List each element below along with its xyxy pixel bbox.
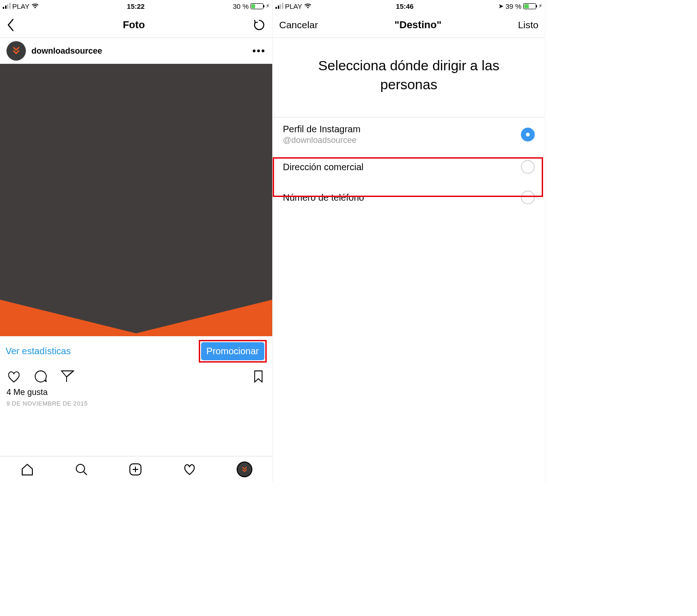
wifi-icon [31, 3, 39, 9]
charging-icon: ⚡︎ [538, 3, 542, 9]
post-header: downloadsourcee ••• [0, 38, 272, 64]
radio-unselected-icon[interactable] [521, 160, 535, 174]
done-button[interactable]: Listo [518, 19, 538, 31]
phone-left: PLAY 15:22 30 % ⚡︎ Foto downloadsourcee … [0, 0, 273, 482]
tab-home-icon[interactable] [20, 462, 34, 476]
option-title: Número de teléfono [283, 192, 364, 203]
tab-activity-icon[interactable] [183, 462, 196, 476]
post-image[interactable] [0, 64, 272, 336]
view-insights-link[interactable]: Ver estadísticas [6, 346, 71, 357]
signal-icon [3, 3, 11, 9]
svg-line-4 [67, 371, 73, 377]
wifi-icon [304, 3, 312, 9]
avatar[interactable] [6, 41, 26, 61]
svg-line-6 [84, 472, 87, 475]
radio-unselected-icon[interactable] [521, 191, 535, 204]
share-icon[interactable] [60, 369, 75, 384]
option-instagram-profile[interactable]: Perfil de Instagram @downloadsourcee [273, 117, 545, 152]
promote-button[interactable]: Promocionar [201, 342, 264, 360]
radio-selected-icon[interactable] [521, 128, 535, 142]
more-options-button[interactable]: ••• [252, 45, 266, 57]
signal-icon [275, 3, 283, 9]
undo-button[interactable] [253, 18, 266, 31]
cancel-button[interactable]: Cancelar [279, 19, 318, 31]
option-subtitle: @downloadsourcee [283, 136, 361, 145]
tab-bar [0, 456, 272, 482]
page-title: Foto [123, 19, 145, 31]
battery-icon [251, 3, 263, 9]
svg-marker-1 [122, 300, 272, 336]
section-heading: Selecciona dónde dirigir a las personas [273, 38, 545, 117]
location-icon: ➤ [498, 2, 504, 10]
tab-search-icon[interactable] [74, 462, 88, 476]
option-business-address[interactable]: Dirección comercial [273, 152, 545, 182]
nav-header: Foto [0, 12, 272, 38]
bookmark-icon[interactable] [251, 369, 266, 384]
comment-icon[interactable] [33, 369, 48, 384]
destination-options: Perfil de Instagram @downloadsourcee Dir… [273, 117, 545, 213]
page-title: Destino [395, 19, 442, 31]
tab-create-icon[interactable] [128, 462, 142, 476]
post-date: 9 DE NOVIEMBRE DE 2015 [0, 398, 272, 411]
option-phone-number[interactable]: Número de teléfono [273, 182, 545, 213]
tab-profile-icon[interactable] [237, 462, 252, 477]
highlight-promote: Promocionar [199, 340, 267, 363]
battery-pct: 39 % [506, 2, 521, 10]
clock: 15:46 [396, 2, 414, 10]
like-icon[interactable] [6, 369, 21, 384]
battery-icon [523, 3, 536, 9]
carrier-label: PLAY [12, 2, 30, 10]
back-button[interactable] [6, 18, 15, 32]
likes-count[interactable]: 4 Me gusta [0, 387, 272, 398]
option-title: Dirección comercial [283, 162, 364, 172]
status-bar: PLAY 15:22 30 % ⚡︎ [0, 0, 272, 12]
carrier-label: PLAY [285, 2, 302, 10]
battery-pct: 30 % [233, 2, 249, 10]
username[interactable]: downloadsourcee [31, 46, 252, 56]
clock: 15:22 [127, 2, 145, 10]
option-title: Perfil de Instagram [283, 124, 361, 135]
phone-right: PLAY 15:46 ➤ 39 % ⚡︎ Cancelar Destino Li… [273, 0, 545, 482]
status-bar: PLAY 15:46 ➤ 39 % ⚡︎ [273, 0, 545, 12]
charging-icon: ⚡︎ [266, 3, 269, 9]
nav-header: Cancelar Destino Listo [273, 12, 545, 38]
svg-point-5 [76, 464, 85, 473]
